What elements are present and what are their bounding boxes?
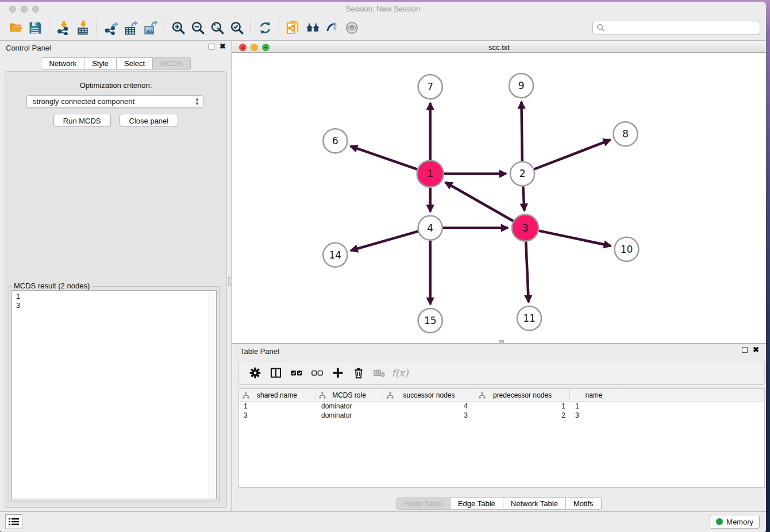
node-label-4: 4 <box>427 222 433 234</box>
import-table-icon <box>76 21 90 35</box>
hierarchy-icon <box>479 392 486 399</box>
save-session-button[interactable] <box>25 18 45 38</box>
tab-node-table[interactable]: Node Table <box>396 498 451 510</box>
show-column-panel-button[interactable] <box>265 363 286 383</box>
cell-name: 1 <box>570 402 618 410</box>
zoom-out-button[interactable] <box>188 18 207 38</box>
add-column-button[interactable] <box>328 363 348 383</box>
optimization-criterion-label: Optimization criterion: <box>5 81 226 90</box>
memory-status-icon <box>716 518 723 525</box>
node-label-6: 6 <box>332 135 338 147</box>
cell-successor-nodes: 4 <box>383 402 475 410</box>
tab-select[interactable]: Select <box>117 57 153 70</box>
hierarchy-icon <box>319 392 326 399</box>
deselect-all-button[interactable] <box>307 363 328 383</box>
export-image-icon <box>143 21 157 35</box>
first-neighbors-button[interactable] <box>303 18 322 38</box>
mcds-result-text[interactable]: 1 3 <box>11 290 217 499</box>
tab-network-table[interactable]: Network Table <box>503 498 566 510</box>
node-label-10: 10 <box>621 244 633 255</box>
export-image-button[interactable] <box>140 18 160 38</box>
float-panel-icon[interactable] <box>209 44 214 49</box>
toolbar-separator <box>97 19 97 37</box>
table-row[interactable]: 1 dominator 4 1 1 <box>239 402 764 411</box>
network-canvas[interactable]: 1234678910111415 <box>232 53 766 343</box>
result-scrollbar[interactable] <box>209 291 216 499</box>
new-network-from-selection-button[interactable] <box>283 18 303 38</box>
criterion-value: strongly connected component <box>33 97 134 106</box>
close-panel-button[interactable]: Close panel <box>120 114 179 126</box>
import-network-button[interactable] <box>53 18 73 38</box>
export-network-button[interactable] <box>101 18 121 38</box>
export-table-button[interactable] <box>121 18 140 38</box>
run-mcds-button[interactable]: Run MCDS <box>53 114 111 126</box>
export-table-icon <box>124 21 138 35</box>
tab-network[interactable]: Network <box>41 57 84 70</box>
node-label-8: 8 <box>622 128 629 140</box>
hierarchy-icon <box>387 392 394 399</box>
float-table-panel-icon[interactable] <box>742 347 748 353</box>
tab-mcds[interactable]: MCDS <box>153 57 190 70</box>
node-label-2: 2 <box>519 168 526 179</box>
tab-edge-table[interactable]: Edge Table <box>451 498 503 510</box>
open-session-button[interactable] <box>6 18 25 38</box>
mcds-result-group: MCDS result (2 nodes) 1 3 <box>9 286 220 502</box>
refresh-button[interactable] <box>255 18 275 38</box>
select-all-button[interactable] <box>286 363 307 383</box>
delete-table-button[interactable] <box>369 363 390 383</box>
control-panel-title: Control Panel <box>6 44 51 52</box>
delete-column-button[interactable] <box>348 363 369 383</box>
edge-3-11[interactable] <box>526 242 529 302</box>
homes-icon <box>306 21 320 35</box>
import-table-button[interactable] <box>73 18 93 38</box>
column-header-shared-name[interactable]: shared name <box>239 389 315 401</box>
zoom-in-button[interactable] <box>168 18 188 38</box>
mcds-panel: Optimization criterion: strongly connect… <box>5 71 227 508</box>
hide-swoosh-icon <box>325 21 340 35</box>
network-window-titlebar[interactable]: x - + scc.txt <box>232 41 766 53</box>
cell-mcds-role: dominator <box>315 411 383 419</box>
memory-button[interactable]: Memory <box>710 515 760 529</box>
node-label-3: 3 <box>522 222 529 234</box>
show-all-button[interactable] <box>342 18 361 38</box>
zoom-out-icon <box>191 21 205 35</box>
hide-selected-button[interactable] <box>322 18 342 38</box>
result-line: 3 <box>16 301 216 310</box>
tab-style[interactable]: Style <box>84 57 117 70</box>
edge-3-1[interactable] <box>445 182 513 221</box>
edge-2-9[interactable] <box>521 102 522 161</box>
zoom-selected-button[interactable] <box>227 18 247 38</box>
task-history-button[interactable] <box>5 514 22 529</box>
network-graph[interactable]: 1234678910111415 <box>232 53 766 344</box>
close-table-panel-icon[interactable]: ✖ <box>753 347 759 353</box>
criterion-select[interactable]: strongly connected component ▲▼ <box>26 95 203 108</box>
zoom-fit-button[interactable] <box>207 18 227 38</box>
column-header-mcds-role[interactable]: MCDS role <box>315 389 383 401</box>
tab-motifs[interactable]: Motifs <box>566 498 602 510</box>
table-row[interactable]: 3 dominator 3 2 3 <box>239 411 764 420</box>
column-header-successor-nodes[interactable]: successor nodes <box>383 389 475 401</box>
table-settings-button[interactable] <box>245 363 265 383</box>
edge-2-8[interactable] <box>534 140 611 169</box>
eye-icon <box>345 21 359 35</box>
search-input[interactable] <box>592 21 760 35</box>
column-header-predecessor-nodes[interactable]: predecessor nodes <box>475 389 570 401</box>
splitter-grip[interactable] <box>228 277 232 286</box>
column-header-name[interactable]: name <box>570 389 618 401</box>
function-builder-button[interactable]: f(x) <box>390 363 410 383</box>
node-table[interactable]: shared name MCDS role successor nodes <box>238 388 765 488</box>
close-panel-icon[interactable]: ✖ <box>220 44 226 49</box>
memory-label: Memory <box>726 518 753 526</box>
list-icon <box>9 518 19 526</box>
columns-icon <box>270 367 282 379</box>
select-steppers-icon: ▲▼ <box>195 97 199 106</box>
table-toolbar: f(x) <box>238 361 765 385</box>
edge-4-14[interactable] <box>351 232 418 250</box>
refresh-icon <box>258 21 272 35</box>
edge-2-3[interactable] <box>523 186 524 210</box>
save-icon <box>28 21 43 35</box>
edge-1-6[interactable] <box>351 146 417 169</box>
edge-3-10[interactable] <box>539 231 611 246</box>
cell-mcds-role: dominator <box>315 402 383 410</box>
import-network-icon <box>56 21 71 35</box>
